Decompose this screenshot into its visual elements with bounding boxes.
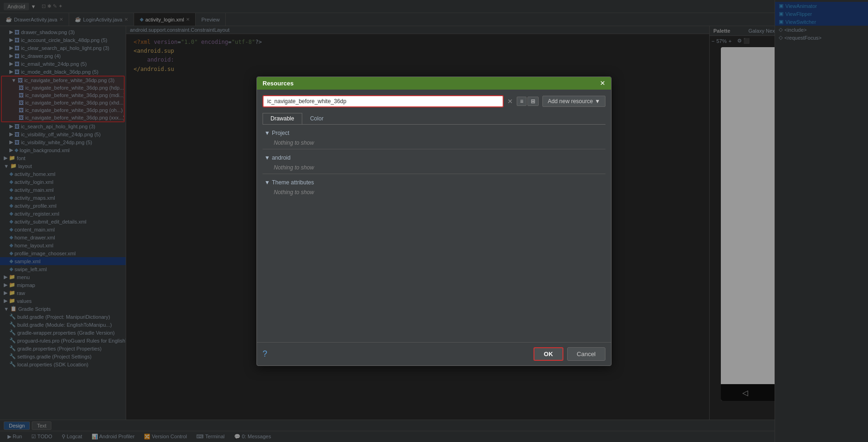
resource-section-project: ▼ Project Nothing to show: [263, 128, 605, 149]
section-label-android: android: [272, 154, 291, 161]
ok-button[interactable]: OK: [534, 347, 563, 361]
section-triangle-android: ▼: [264, 154, 270, 161]
section-label-theme: Theme attributes: [272, 179, 314, 186]
dialog-view-buttons: ≡ ⊞: [517, 97, 539, 106]
dialog-tabs: Drawable Color: [263, 113, 605, 125]
nothing-to-show-android: Nothing to show: [263, 162, 605, 173]
nothing-to-show-theme: Nothing to show: [263, 187, 605, 197]
dialog-search-clear[interactable]: ✕: [507, 98, 513, 105]
dialog-grid-view-button[interactable]: ⊞: [527, 97, 539, 106]
resource-section-header-project[interactable]: ▼ Project: [263, 128, 605, 138]
add-resource-label: Add new resource: [548, 98, 593, 105]
resource-section-color-tab: ▼ android Nothing to show: [263, 153, 605, 174]
add-resource-arrow: ▼: [595, 98, 600, 105]
section-label-project: Project: [272, 130, 289, 136]
dialog-footer-buttons: OK Cancel: [534, 347, 605, 361]
dialog-content: ▼ Project Nothing to show ▼ android Noth…: [263, 128, 605, 337]
dialog-tab-drawable[interactable]: Drawable: [263, 113, 302, 124]
dialog-close-button[interactable]: ✕: [600, 80, 605, 86]
cancel-button[interactable]: Cancel: [567, 347, 605, 361]
dialog-titlebar: Resources ✕: [257, 77, 611, 90]
dialog-tab-drawable-label: Drawable: [270, 115, 294, 122]
dialog-search-row: ✕ ≡ ⊞ Add new resource ▼: [263, 95, 605, 107]
dialog-title: Resources: [263, 80, 293, 87]
dialog-footer: ? OK Cancel: [257, 342, 611, 365]
section-divider-project: [263, 149, 605, 149]
dialog-search-input[interactable]: [263, 95, 504, 107]
resource-section-header-theme[interactable]: ▼ Theme attributes: [263, 178, 605, 187]
nothing-to-show-project: Nothing to show: [263, 138, 605, 148]
add-resource-button[interactable]: Add new resource ▼: [542, 96, 605, 107]
dialog-overlay: Resources ✕ ✕ ≡ ⊞ Add new resource ▼: [0, 0, 868, 442]
dialog-list-view-button[interactable]: ≡: [517, 97, 526, 106]
dialog-body: ✕ ≡ ⊞ Add new resource ▼ Drawable Color: [257, 90, 611, 342]
section-divider-android: [263, 174, 605, 174]
section-triangle-project: ▼: [264, 130, 270, 136]
resources-dialog: Resources ✕ ✕ ≡ ⊞ Add new resource ▼: [256, 77, 612, 366]
dialog-tab-color[interactable]: Color: [302, 113, 332, 124]
dialog-tab-color-label: Color: [310, 115, 324, 122]
resource-section-theme: ▼ Theme attributes Nothing to show: [263, 178, 605, 197]
help-icon[interactable]: ?: [263, 349, 267, 359]
section-triangle-theme: ▼: [264, 179, 270, 186]
resource-section-header-android[interactable]: ▼ android: [263, 153, 605, 162]
